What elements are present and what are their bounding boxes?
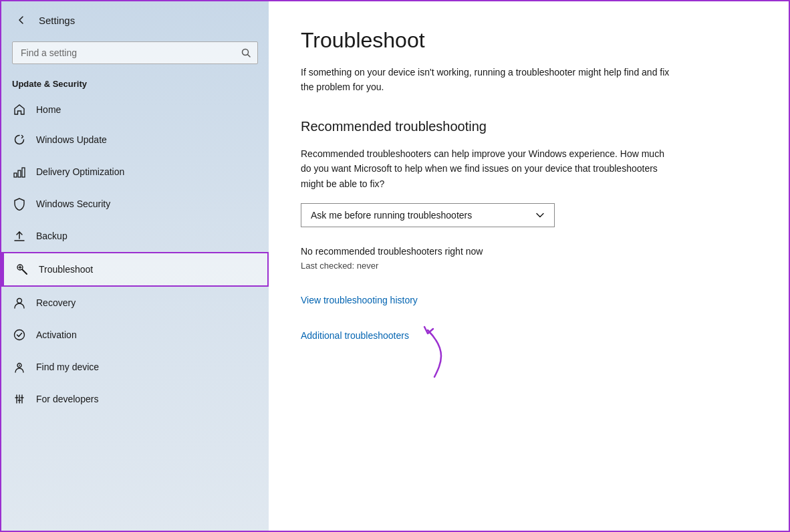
windows-update-icon bbox=[12, 132, 27, 147]
sidebar-item-for-developers[interactable]: For developers bbox=[1, 383, 269, 415]
page-description: If something on your device isn't workin… bbox=[301, 65, 675, 95]
sidebar-item-home[interactable]: Home bbox=[1, 96, 269, 124]
sidebar-item-label: Windows Update bbox=[36, 134, 107, 145]
sidebar-item-troubleshoot[interactable]: Troubleshoot bbox=[1, 252, 269, 287]
svg-rect-2 bbox=[14, 173, 17, 177]
troubleshooter-dropdown[interactable]: Ask me before running troubleshooters bbox=[301, 203, 555, 227]
backup-icon bbox=[12, 229, 27, 243]
delivery-optimization-icon bbox=[12, 164, 27, 179]
sidebar-item-label: Backup bbox=[36, 231, 68, 241]
svg-line-1 bbox=[248, 55, 251, 57]
additional-troubleshooters-section: Additional troubleshooters bbox=[301, 330, 409, 341]
chevron-down-icon bbox=[535, 211, 545, 220]
for-developers-icon bbox=[12, 392, 27, 406]
additional-troubleshooters-link[interactable]: Additional troubleshooters bbox=[301, 330, 409, 341]
sidebar-title: Settings bbox=[39, 15, 75, 26]
sidebar: Settings Update & Security Home Wi bbox=[1, 1, 269, 531]
back-button[interactable] bbox=[12, 11, 31, 29]
recommended-section-heading: Recommended troubleshooting bbox=[301, 119, 757, 134]
search-input[interactable] bbox=[12, 41, 258, 64]
svg-rect-4 bbox=[22, 168, 25, 177]
windows-security-icon bbox=[12, 196, 27, 211]
sidebar-item-windows-update[interactable]: Windows Update bbox=[1, 124, 269, 156]
recommended-section-body: Recommended troubleshooters can help imp… bbox=[301, 146, 675, 191]
sidebar-item-label: For developers bbox=[36, 394, 98, 404]
sidebar-item-recovery[interactable]: Recovery bbox=[1, 287, 269, 319]
sidebar-item-label: Delivery Optimization bbox=[36, 166, 124, 177]
sidebar-item-windows-security[interactable]: Windows Security bbox=[1, 188, 269, 220]
sidebar-home-label: Home bbox=[36, 104, 61, 115]
svg-point-14 bbox=[19, 365, 20, 366]
find-my-device-icon bbox=[12, 360, 27, 374]
svg-rect-3 bbox=[18, 170, 21, 177]
activation-icon bbox=[12, 327, 27, 342]
sidebar-item-label: Troubleshoot bbox=[39, 264, 93, 275]
status-text: No recommended troubleshooters right now bbox=[301, 246, 757, 257]
svg-point-11 bbox=[17, 299, 22, 303]
sidebar-item-backup[interactable]: Backup bbox=[1, 220, 269, 252]
sidebar-item-find-my-device[interactable]: Find my device bbox=[1, 351, 269, 383]
main-content: Troubleshoot If something on your device… bbox=[269, 1, 789, 531]
sidebar-item-label: Find my device bbox=[36, 362, 99, 372]
dropdown-value: Ask me before running troubleshooters bbox=[311, 210, 472, 221]
recovery-icon bbox=[12, 295, 27, 310]
section-label: Update & Security bbox=[1, 75, 269, 96]
search-icon[interactable] bbox=[239, 46, 253, 59]
svg-line-8 bbox=[22, 269, 27, 274]
sidebar-item-label: Activation bbox=[36, 329, 77, 340]
sidebar-header: Settings bbox=[1, 1, 269, 39]
search-box bbox=[12, 41, 258, 64]
view-history-link[interactable]: View troubleshooting history bbox=[301, 295, 757, 305]
troubleshoot-icon bbox=[15, 262, 29, 277]
sidebar-item-activation[interactable]: Activation bbox=[1, 319, 269, 351]
sidebar-item-label: Windows Security bbox=[36, 198, 110, 209]
status-sub: Last checked: never bbox=[301, 261, 757, 271]
sidebar-item-label: Recovery bbox=[36, 297, 76, 308]
svg-point-12 bbox=[15, 330, 25, 340]
sidebar-item-delivery-optimization[interactable]: Delivery Optimization bbox=[1, 156, 269, 188]
home-icon bbox=[12, 102, 27, 117]
page-title: Troubleshoot bbox=[301, 28, 757, 53]
